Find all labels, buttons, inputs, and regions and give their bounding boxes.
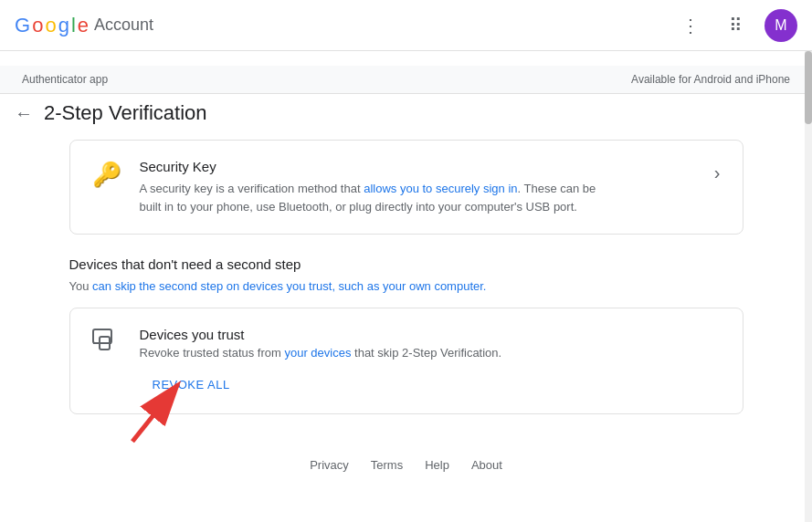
scrollbar-thumb[interactable] — [805, 51, 812, 124]
devices-section: Devices that don't need a second step Yo… — [69, 256, 743, 293]
devices-section-title: Devices that don't need a second step — [69, 256, 743, 272]
key-icon: 🔑 — [92, 161, 121, 189]
google-apps-icon[interactable]: ⠿ — [722, 7, 750, 44]
authenticator-hint-text: Authenticator app — [22, 73, 108, 86]
logo-letter-g: G — [15, 14, 30, 37]
trust-card-header: Devices you trust Revoke trusted status … — [92, 327, 721, 360]
security-key-title: Security Key — [140, 159, 596, 174]
logo-letter-g2: g — [58, 14, 69, 37]
google-logo: Google Account — [15, 14, 153, 37]
trust-card-description: Revoke trusted status from your devices … — [140, 346, 502, 360]
security-key-description: A security key is a verification method … — [140, 180, 596, 215]
logo-letter-o2: o — [45, 14, 56, 37]
logo-letter-e: e — [78, 14, 89, 37]
page-title: 2-Step Verification — [44, 101, 207, 125]
trust-card-text: Devices you trust Revoke trusted status … — [140, 327, 502, 360]
security-key-text: Security Key A security key is a verific… — [140, 159, 596, 215]
skip-step-link[interactable]: can skip the second step on devices you … — [92, 279, 486, 293]
page-content: Authenticator app Available for Android … — [0, 51, 812, 522]
security-key-link[interactable]: allows you to securely sign in — [364, 182, 517, 195]
about-link[interactable]: About — [471, 458, 502, 472]
devices-section-subtitle: You can skip the second step on devices … — [69, 279, 743, 293]
help-link[interactable]: Help — [425, 458, 449, 472]
header-left: Google Account — [15, 14, 153, 37]
chevron-right-icon: › — [714, 162, 721, 183]
header: Google Account ⋮ ⠿ M — [0, 0, 812, 51]
your-devices-link[interactable]: your devices — [284, 346, 351, 360]
main-container: 🔑 Security Key A security key is a verif… — [55, 140, 758, 486]
devices-svg-icon — [92, 329, 121, 352]
back-navigation: ← 2-Step Verification — [0, 94, 812, 140]
google-account-label: Account — [94, 16, 153, 35]
more-options-icon[interactable]: ⋮ — [674, 7, 707, 44]
terms-link[interactable]: Terms — [371, 458, 403, 472]
top-hint-bar: Authenticator app Available for Android … — [0, 66, 812, 94]
trust-card: Devices you trust Revoke trusted status … — [69, 308, 743, 414]
card-left: 🔑 Security Key A security key is a verif… — [92, 159, 596, 215]
header-right: ⋮ ⠿ M — [674, 7, 797, 44]
available-hint: Available for Android and iPhone — [631, 73, 790, 86]
footer: Privacy Terms Help About — [69, 444, 743, 486]
device-icon — [92, 329, 121, 359]
privacy-link[interactable]: Privacy — [310, 458, 349, 472]
logo-letter-l: l — [71, 14, 76, 37]
back-button[interactable]: ← — [15, 103, 33, 124]
avatar[interactable]: M — [765, 9, 797, 42]
security-key-card[interactable]: 🔑 Security Key A security key is a verif… — [69, 140, 743, 235]
logo-letter-o1: o — [32, 14, 43, 37]
trust-card-title: Devices you trust — [140, 327, 502, 342]
revoke-all-button[interactable]: REVOKE ALL — [92, 371, 230, 395]
